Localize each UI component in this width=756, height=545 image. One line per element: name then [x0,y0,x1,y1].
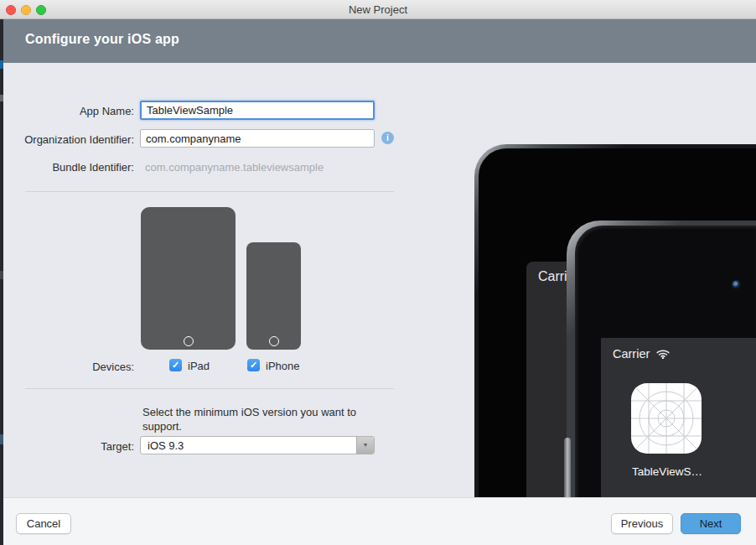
app-name-label: App Name: [0,105,134,117]
cancel-button[interactable]: Cancel [16,513,71,534]
divider [25,388,394,389]
app-name-input[interactable] [140,101,375,120]
app-preview-pane: Carrier Carrier [394,126,756,545]
next-button[interactable]: Next [681,513,741,534]
iphone-checkbox-label[interactable]: iPhone [266,360,299,372]
placeholder-app-icon [631,383,702,454]
target-dropdown-value: iOS 9.3 [148,439,184,452]
wizard-content: App Name: Organization Identifier: i Bun… [0,63,756,497]
checkmark-icon: ✓ [172,360,179,370]
chevron-down-icon: ▼ [363,442,369,448]
edge-accent [0,60,3,69]
home-button-icon [184,336,194,346]
previous-button[interactable]: Previous [611,513,673,534]
app-icon-label: TableViewS… [616,465,718,478]
new-project-window: New Project Configure your iOS app App N… [0,0,756,545]
bundle-identifier-value: com.companyname.tableviewsample [145,161,324,174]
devices-label: Devices: [0,361,134,373]
wizard-header: Configure your iOS app [0,19,756,63]
window-edge-strip [0,19,3,545]
divider [25,191,394,192]
target-dropdown[interactable]: iOS 9.3 ▼ [140,436,375,454]
iphone-carrier-text: Carrier [613,347,670,361]
target-dropdown-button[interactable]: ▼ [356,437,374,454]
target-hint-text: Select the minimum iOS version you want … [142,405,379,433]
wizard-footer: Cancel Previous Next [0,497,756,545]
ipad-silhouette [141,207,236,350]
titlebar: New Project [0,0,756,19]
organization-identifier-input[interactable] [140,129,375,148]
iphone-silhouette [246,242,301,350]
info-icon[interactable]: i [381,132,394,144]
home-button-icon [269,336,279,346]
camera-icon [732,280,741,289]
page-title: Configure your iOS app [25,32,179,47]
checkmark-icon: ✓ [250,360,257,370]
volume-button [564,438,571,505]
wifi-icon [656,349,670,359]
target-label: Target: [0,440,134,453]
organization-identifier-label: Organization Identifier: [0,133,134,146]
iphone-checkbox[interactable]: ✓ [247,359,260,371]
ipad-checkbox-label[interactable]: iPad [188,360,210,372]
bundle-identifier-label: Bundle Identifier: [0,161,134,174]
ipad-checkbox[interactable]: ✓ [169,359,182,371]
window-title: New Project [0,3,756,16]
